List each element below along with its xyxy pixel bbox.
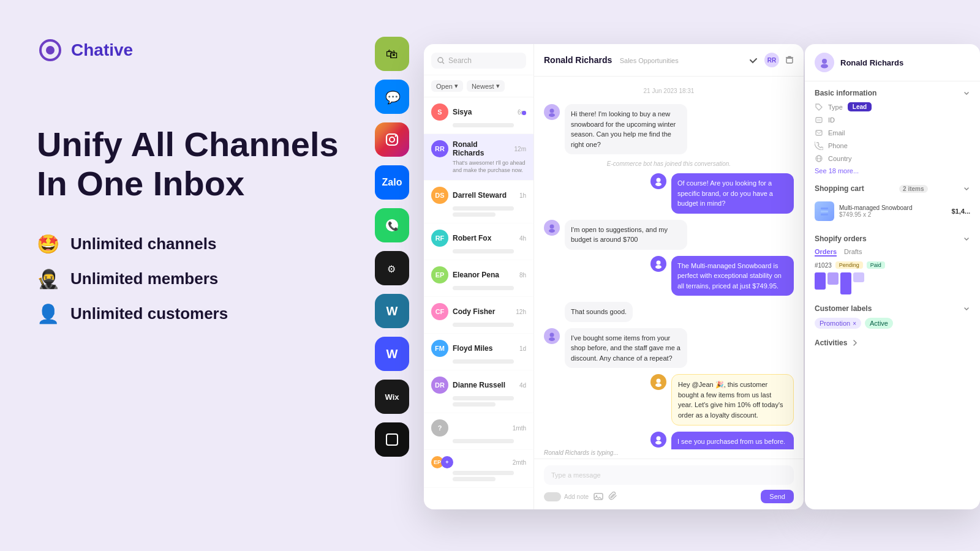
msg-bubble-1: Hi there! I'm looking to buy a new snowb… (565, 104, 687, 154)
svg-text:🛍: 🛍 (386, 47, 398, 61)
tab-drafts[interactable]: Drafts (844, 248, 862, 257)
msg-row-2: Of course! Are you looking for a specifi… (544, 173, 794, 214)
check-icon[interactable] (748, 55, 758, 65)
channel-apple[interactable]: ⚙ (375, 251, 409, 285)
conv-avatar-unknown1: ? (431, 419, 448, 437)
svg-point-17 (550, 109, 554, 113)
svg-point-28 (655, 383, 662, 387)
conv-avatar-cody: CF (431, 303, 448, 320)
chative-logo-icon (37, 37, 64, 64)
chat-header: Ronald Richards Sales Opportunities RR (534, 44, 804, 77)
conv-preview-darrell (453, 206, 514, 211)
chevron-down-icon[interactable] (963, 89, 970, 97)
search-area: Search (424, 44, 533, 75)
activities-chevron-icon[interactable] (851, 339, 859, 347)
svg-point-2 (46, 46, 55, 54)
tag-icon (815, 103, 823, 111)
cart-chevron-icon[interactable] (963, 185, 970, 192)
filter-open-chevron: ▾ (454, 82, 458, 90)
conv-item-unknown1[interactable]: ? 1mth (424, 413, 533, 450)
send-button[interactable]: Send (761, 490, 794, 503)
rp-shopify-orders-section: Shopify orders Orders Drafts #1023 Pendi… (815, 234, 970, 294)
conversation-list: Search Open ▾ Newest ▾ S Sisya 6m (424, 44, 534, 509)
rp-basic-info-title: Basic information (815, 89, 970, 97)
conv-item-eleanor[interactable]: EP Eleanor Pena 8h (424, 260, 533, 297)
msg-avatar-6 (544, 328, 560, 344)
left-section: Chative Unify All ChannelsIn One Inbox 🤩… (0, 0, 380, 551)
activities-label: Activities (815, 339, 847, 347)
conv-time-floyd: 1d (519, 345, 526, 352)
svg-point-22 (549, 229, 555, 233)
conv-preview-unknown2 (453, 471, 514, 475)
search-icon (437, 57, 445, 64)
label-promotion-remove[interactable]: × (853, 320, 856, 327)
label-tags: Promotion × Active (815, 318, 970, 329)
image-icon[interactable] (594, 492, 603, 501)
channel-wix[interactable]: Wix (375, 380, 409, 414)
feature-text-channels: Unlimited channels (70, 234, 216, 253)
msg-avatar-2 (650, 173, 666, 189)
conv-item-robert[interactable]: RF Robert Fox 4h (424, 223, 533, 260)
chat-input-box[interactable]: Type a message (544, 465, 794, 485)
lead-badge: Lead (848, 102, 872, 111)
attachment-icon[interactable] (608, 492, 618, 501)
conv-item-floyd[interactable]: FM Floyd Miles 1d (424, 334, 533, 370)
labels-chevron-icon[interactable] (963, 305, 970, 312)
conv-item-unknown2[interactable]: EP + 2mth (424, 450, 533, 488)
msg-row-1: Hi there! I'm looking to buy a new snowb… (544, 104, 794, 154)
filter-open[interactable]: Open ▾ (431, 80, 463, 92)
msg-avatar-8 (650, 432, 666, 448)
rp-activities-section: Activities (815, 339, 970, 347)
feature-emoji-customers: 👤 (37, 303, 59, 324)
msg-bubble-2: Of course! Are you looking for a specifi… (671, 173, 794, 214)
filter-newest-chevron: ▾ (496, 82, 500, 90)
conv-item-ronald[interactable]: RR Ronald Richards 12m That's awesome! I… (424, 134, 533, 181)
add-note-toggle[interactable]: Add note (544, 492, 589, 501)
msg-avatar-3 (544, 220, 560, 236)
channel-instagram[interactable] (375, 122, 409, 157)
svg-point-26 (549, 337, 555, 341)
svg-point-7 (395, 135, 397, 137)
channel-zalo[interactable]: Zalo (375, 165, 409, 200)
logo-area: Chative (37, 37, 343, 64)
channel-messenger[interactable]: 💬 (375, 80, 409, 114)
msg-bubble-3: I'm open to suggestions, and my budget i… (565, 220, 687, 250)
search-placeholder: Search (448, 56, 472, 65)
channel-whatsapp[interactable]: 📞 (375, 208, 409, 242)
rp-labels-section: Customer labels Promotion × Active (815, 304, 970, 329)
email-icon (815, 129, 823, 137)
label-promotion-text: Promotion (820, 320, 850, 327)
orders-chevron-icon[interactable] (963, 235, 970, 242)
filter-newest[interactable]: Newest ▾ (467, 80, 505, 92)
channel-wordpress[interactable]: W (375, 294, 409, 328)
tab-orders[interactable]: Orders (815, 248, 837, 257)
conv-time-dianne: 4d (519, 382, 526, 389)
see-more-link[interactable]: See 18 more... (815, 167, 970, 174)
conv-name-ronald: Ronald Richards (453, 140, 510, 157)
conv-item-darrell[interactable]: DS Darrell Steward 1h (424, 181, 533, 223)
svg-point-19 (657, 178, 661, 182)
svg-line-13 (442, 62, 444, 64)
conv-item-sisya[interactable]: S Sisya 6m (424, 97, 533, 134)
rp-field-country: Country (815, 154, 970, 163)
conv-item-dianne[interactable]: DR Dianne Russell 4d (424, 370, 533, 413)
svg-rect-45 (821, 214, 828, 216)
conv-name-sisya: Sisya (453, 108, 513, 116)
add-note-label: Add note (564, 493, 589, 500)
channel-shopify[interactable]: 🛍 (375, 37, 409, 71)
channel-weebly[interactable]: W (375, 337, 409, 371)
conv-filters: Open ▾ Newest ▾ (424, 75, 533, 97)
svg-point-12 (438, 58, 443, 62)
toggle-switch[interactable] (544, 492, 561, 501)
search-box[interactable]: Search (431, 53, 526, 69)
msg-bubble-6: I've bought some items from your shop be… (565, 328, 687, 369)
conv-item-cody[interactable]: CF Cody Fisher 12h (424, 297, 533, 334)
conv-preview2-unknown2 (453, 477, 496, 481)
chat-header-info: Ronald Richards Sales Opportunities (544, 54, 679, 66)
label-promotion: Promotion × (815, 318, 861, 329)
app-window: Search Open ▾ Newest ▾ S Sisya 6m (424, 44, 804, 509)
channel-squarespace[interactable] (375, 422, 409, 457)
conv-name-eleanor: Eleanor Pena (453, 271, 515, 279)
trash-icon[interactable] (785, 56, 794, 64)
conv-avatar-sisya: S (431, 103, 448, 121)
